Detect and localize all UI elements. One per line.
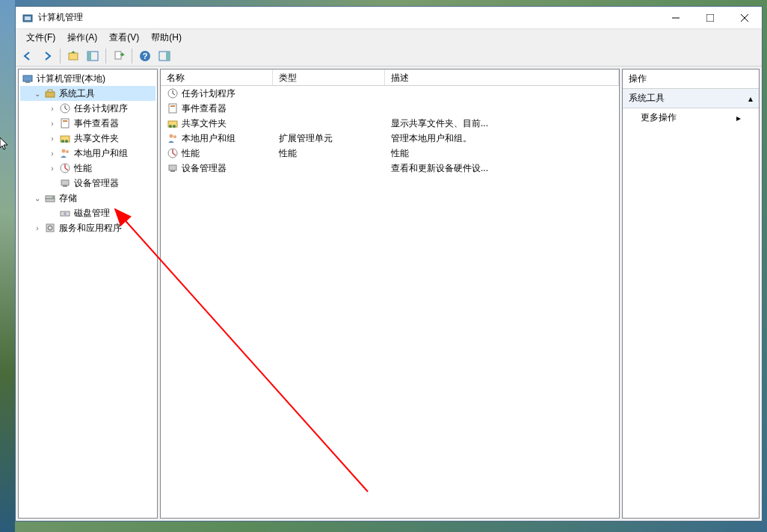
expand-icon[interactable]: › (47, 148, 58, 158)
disk-icon (59, 207, 71, 219)
close-button[interactable] (727, 7, 762, 29)
menu-view[interactable]: 查看(V) (105, 30, 144, 46)
actions-section[interactable]: 系统工具 ▴ (623, 89, 759, 108)
list-item[interactable]: 任务计划程序 (161, 86, 619, 101)
tools-icon (44, 87, 56, 99)
actions-header: 操作 (623, 69, 759, 89)
tree-device-manager[interactable]: 设备管理器 (20, 176, 155, 191)
list-pane[interactable]: 名称 类型 描述 任务计划程序事件查看器共享文件夹显示共享文件夹、目前...本地… (160, 69, 620, 519)
services-icon (44, 222, 56, 234)
svg-rect-9 (115, 52, 121, 59)
tree-services-apps[interactable]: › 服务和应用程序 (20, 220, 155, 235)
list-header: 名称 类型 描述 (161, 69, 619, 86)
menu-help[interactable]: 帮助(H) (147, 30, 186, 46)
tree-local-users[interactable]: › 本地用户和组 (20, 146, 155, 161)
tree-root[interactable]: 计算机管理(本地) (20, 71, 155, 86)
show-hide-action-pane-button[interactable] (155, 47, 173, 65)
tree-performance[interactable]: › 性能 (20, 161, 155, 176)
menu-action[interactable]: 操作(A) (63, 30, 102, 46)
list-item[interactable]: 设备管理器查看和更新设备硬件设... (161, 161, 619, 176)
toolbar-separator (60, 49, 61, 64)
users-icon (59, 147, 71, 159)
svg-point-22 (65, 140, 68, 143)
svg-rect-18 (61, 119, 69, 128)
expand-icon[interactable]: › (47, 103, 58, 114)
svg-rect-1 (25, 16, 31, 20)
tree-disk-management[interactable]: 磁盘管理 (20, 205, 155, 220)
list-item[interactable]: 事件查看器 (161, 101, 619, 116)
svg-rect-15 (25, 81, 30, 83)
tree-task-scheduler[interactable]: › 任务计划程序 (20, 101, 155, 116)
tree-storage[interactable]: ⌄ 存储 (20, 191, 155, 205)
item-icon (167, 147, 179, 159)
event-icon (59, 117, 71, 129)
submenu-arrow-icon: ▸ (736, 113, 741, 123)
column-description[interactable]: 描述 (385, 69, 619, 85)
mouse-cursor (0, 137, 9, 151)
collapse-arrow-icon: ▴ (748, 93, 753, 104)
window-title: 计算机管理 (38, 11, 659, 24)
back-button[interactable] (19, 47, 37, 65)
svg-point-40 (173, 125, 176, 128)
expand-icon[interactable]: › (47, 133, 58, 143)
expand-icon[interactable]: › (47, 163, 58, 173)
list-item[interactable]: 共享文件夹显示共享文件夹、目前... (161, 116, 619, 131)
expand-icon[interactable]: › (47, 118, 58, 129)
up-button[interactable] (64, 47, 82, 65)
menubar: 文件(F) 操作(A) 查看(V) 帮助(H) (16, 29, 762, 46)
tree-pane[interactable]: 计算机管理(本地) ⌄ 系统工具 › 任务计划程序 › 事件查看器 › 共享文件… (18, 69, 158, 519)
svg-point-30 (52, 197, 54, 198)
help-button[interactable]: ? (136, 47, 154, 65)
svg-rect-27 (63, 185, 67, 187)
svg-point-24 (66, 150, 69, 153)
tree-system-tools[interactable]: ⌄ 系统工具 (20, 86, 155, 101)
svg-rect-14 (23, 75, 32, 81)
actions-more[interactable]: 更多操作 ▸ (623, 108, 759, 127)
column-name[interactable]: 名称 (161, 69, 273, 85)
svg-text:?: ? (143, 52, 148, 61)
list-item[interactable]: 本地用户和组扩展管理单元管理本地用户和组。 (161, 131, 619, 146)
svg-rect-29 (46, 199, 55, 202)
toolbar: ? (16, 46, 762, 66)
svg-rect-13 (166, 52, 170, 61)
column-type[interactable]: 类型 (273, 69, 385, 85)
forward-button[interactable] (38, 47, 56, 65)
list-item[interactable]: 性能性能性能 (161, 146, 619, 161)
svg-point-42 (173, 135, 176, 138)
svg-point-23 (62, 149, 66, 153)
item-icon (167, 117, 179, 129)
titlebar[interactable]: 计算机管理 (16, 7, 762, 29)
svg-rect-37 (170, 105, 175, 107)
show-hide-tree-button[interactable] (84, 47, 102, 65)
app-icon (22, 12, 34, 24)
svg-rect-44 (169, 165, 176, 170)
storage-icon (44, 192, 56, 204)
svg-point-21 (61, 140, 64, 143)
device-icon (59, 177, 71, 189)
actions-pane: 操作 系统工具 ▴ 更多操作 ▸ (622, 69, 760, 519)
item-icon (167, 102, 179, 114)
export-button[interactable] (110, 47, 128, 65)
svg-rect-8 (87, 52, 91, 61)
collapse-icon[interactable]: ⌄ (32, 88, 43, 99)
tree-event-viewer[interactable]: › 事件查看器 (20, 116, 155, 131)
svg-point-32 (64, 212, 67, 215)
clock-icon (59, 102, 71, 114)
tree-shared-folders[interactable]: › 共享文件夹 (20, 131, 155, 146)
svg-rect-16 (46, 92, 55, 97)
svg-rect-26 (61, 180, 69, 185)
svg-rect-19 (63, 120, 67, 122)
collapse-icon[interactable]: ⌄ (32, 193, 43, 203)
svg-rect-3 (706, 14, 714, 22)
minimize-button[interactable] (659, 7, 693, 29)
computer-management-window: 计算机管理 文件(F) 操作(A) 查看(V) 帮助(H) ? 计算机管理(本地 (15, 6, 763, 522)
list-body: 任务计划程序事件查看器共享文件夹显示共享文件夹、目前...本地用户和组扩展管理单… (161, 86, 619, 176)
svg-rect-36 (169, 104, 176, 113)
desktop-background (0, 0, 15, 532)
toolbar-separator (105, 49, 106, 64)
menu-file[interactable]: 文件(F) (22, 30, 60, 46)
maximize-button[interactable] (693, 7, 727, 29)
expand-icon[interactable]: › (32, 223, 43, 233)
svg-point-41 (170, 134, 173, 138)
content-area: 计算机管理(本地) ⌄ 系统工具 › 任务计划程序 › 事件查看器 › 共享文件… (16, 66, 762, 521)
